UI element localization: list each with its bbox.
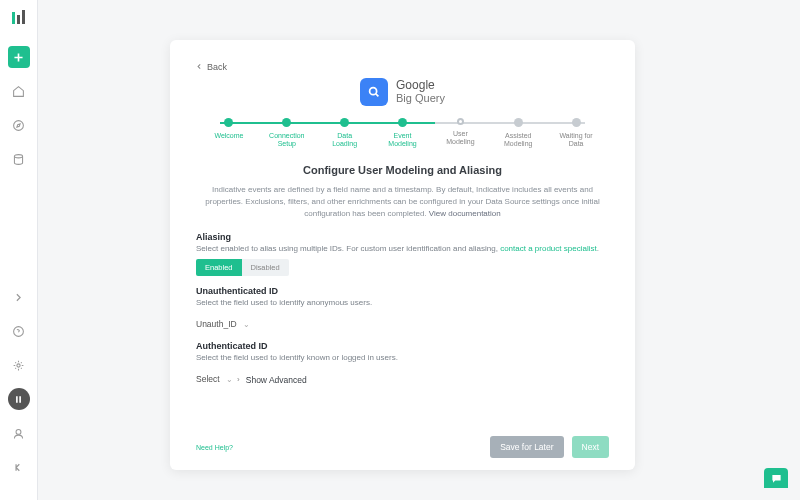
chat-fab[interactable] — [764, 468, 788, 488]
progress-stepper: Welcome Connection Setup Data Loading Ev… — [196, 118, 609, 149]
back-button[interactable]: Back — [196, 62, 227, 72]
step-connection[interactable]: Connection Setup — [258, 118, 316, 149]
explore-icon[interactable] — [8, 114, 30, 136]
add-button[interactable] — [8, 46, 30, 68]
unauth-title: Unauthenticated ID — [196, 286, 609, 296]
app-logo — [11, 10, 27, 26]
aliasing-desc: Select enabled to alias using multiple I… — [196, 244, 609, 253]
auth-desc: Select the field used to identify known … — [196, 353, 609, 362]
svg-point-3 — [14, 120, 24, 130]
expand-icon[interactable] — [8, 286, 30, 308]
show-advanced-toggle[interactable]: ›Show Advanced — [237, 375, 307, 385]
svg-rect-1 — [17, 15, 20, 24]
chevron-down-icon: ⌄ — [226, 375, 233, 384]
view-docs-link[interactable]: View documentation — [429, 209, 501, 218]
aliasing-enabled-button[interactable]: Enabled — [196, 259, 242, 276]
pause-icon[interactable] — [8, 388, 30, 410]
contact-specialist-link[interactable]: contact a product specialist — [500, 244, 597, 253]
chevron-right-icon: › — [237, 375, 240, 384]
data-icon[interactable] — [8, 148, 30, 170]
step-waiting: Waiting for Data — [547, 118, 605, 149]
save-for-later-button[interactable]: Save for Later — [490, 436, 563, 458]
svg-point-9 — [16, 429, 21, 434]
svg-rect-8 — [19, 396, 21, 403]
need-help-link[interactable]: Need Help? — [196, 444, 233, 451]
svg-point-4 — [14, 154, 22, 157]
intro-text: Indicative events are defined by a field… — [196, 184, 609, 220]
step-data-loading[interactable]: Data Loading — [316, 118, 374, 149]
back-label: Back — [207, 62, 227, 72]
step-welcome[interactable]: Welcome — [200, 118, 258, 149]
settings-icon[interactable] — [8, 354, 30, 376]
sidebar-nav — [0, 0, 38, 500]
unauth-id-select[interactable]: Unauth_ID⌄ — [196, 315, 250, 333]
brand-line2: Big Query — [396, 92, 445, 104]
svg-point-6 — [17, 363, 20, 366]
page-title: Configure User Modeling and Aliasing — [196, 164, 609, 176]
setup-wizard-card: Back Google Big Query Welcome Connection… — [170, 40, 635, 470]
step-event-modeling[interactable]: Event Modeling — [374, 118, 432, 149]
svg-point-10 — [370, 87, 377, 94]
bigquery-icon — [360, 78, 388, 106]
brand-line1: Google — [396, 79, 445, 92]
home-icon[interactable] — [8, 80, 30, 102]
auth-id-select[interactable]: Select⌄ — [196, 370, 233, 388]
aliasing-toggle: Enabled Disabled — [196, 259, 609, 276]
collapse-icon[interactable] — [8, 456, 30, 478]
aliasing-disabled-button[interactable]: Disabled — [242, 259, 289, 276]
user-icon[interactable] — [8, 422, 30, 444]
step-user-modeling[interactable]: User Modeling — [431, 118, 489, 149]
svg-rect-7 — [16, 396, 18, 403]
aliasing-title: Aliasing — [196, 232, 609, 242]
next-button[interactable]: Next — [572, 436, 609, 458]
help-icon[interactable] — [8, 320, 30, 342]
step-assisted-modeling: Assisted Modeling — [489, 118, 547, 149]
svg-rect-0 — [12, 12, 15, 24]
chevron-down-icon: ⌄ — [243, 320, 250, 329]
unauth-desc: Select the field used to identify anonym… — [196, 298, 609, 307]
auth-title: Authenticated ID — [196, 341, 609, 351]
datasource-brand: Google Big Query — [196, 78, 609, 106]
svg-rect-2 — [22, 10, 25, 24]
